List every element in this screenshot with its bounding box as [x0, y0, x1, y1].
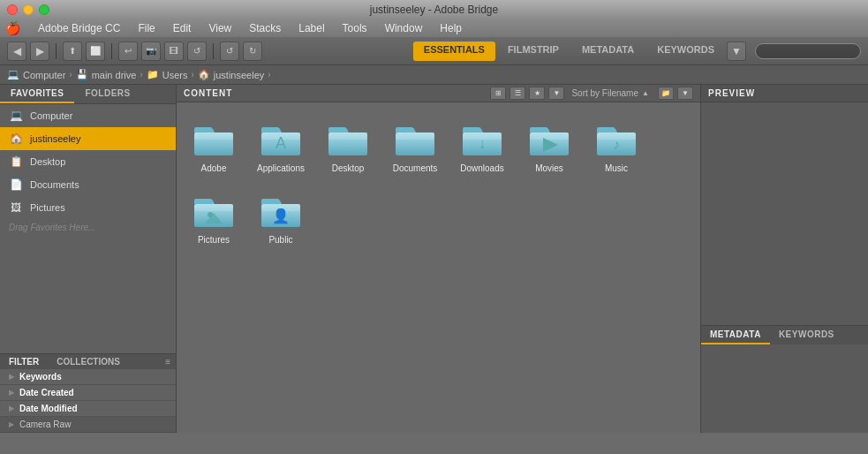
menu-window[interactable]: Window	[378, 20, 430, 36]
sidebar-item-pictures[interactable]: 🖼 Pictures	[0, 196, 176, 219]
back-button[interactable]: ◀	[7, 42, 26, 61]
tab-essentials[interactable]: ESSENTIALS	[413, 42, 495, 61]
sort-label: Sort by Filename	[571, 88, 638, 98]
menu-help[interactable]: Help	[433, 20, 469, 36]
menu-view[interactable]: View	[201, 20, 238, 36]
path-main-drive[interactable]: 💾 main drive	[76, 69, 137, 80]
close-button[interactable]	[7, 4, 18, 15]
tab-filter[interactable]: FILTER	[0, 354, 48, 369]
window-title: justinseeley - Adobe Bridge	[370, 4, 498, 16]
tab-metadata-panel[interactable]: METADATA	[701, 326, 770, 344]
computer-icon: 💻	[7, 69, 19, 80]
sidebar-item-computer[interactable]: 💻 Computer	[0, 104, 176, 127]
drag-hint: Drag Favorites Here...	[0, 219, 176, 236]
svg-text:A: A	[275, 134, 286, 152]
menu-edit[interactable]: Edit	[166, 20, 199, 36]
menu-tools[interactable]: Tools	[336, 20, 374, 36]
arrow-icon: ▶	[9, 373, 14, 381]
window-controls	[7, 4, 49, 15]
menu-label[interactable]: Label	[291, 20, 331, 36]
filter-expand-icon[interactable]: ≡	[165, 357, 170, 367]
sidebar-tabs: FAVORITES FOLDERS	[0, 85, 176, 104]
rotate-right-button[interactable]: ↻	[243, 42, 262, 61]
content-area: CONTENT ⊞ ☰ ★ ▼ Sort by Filename ▲ 📁 ▼	[177, 85, 700, 433]
forward-button[interactable]: ▶	[30, 42, 49, 61]
content-header: CONTENT ⊞ ☰ ★ ▼ Sort by Filename ▲ 📁 ▼	[177, 85, 700, 102]
arrow-icon: ▶	[9, 405, 14, 412]
svg-text:↓: ↓	[479, 136, 486, 151]
folder-item-applications[interactable]: A Applications	[251, 113, 311, 178]
path-users[interactable]: 📁 Users	[147, 69, 188, 80]
path-user-home[interactable]: 🏠 justinseeley	[198, 69, 264, 80]
folder-label: Desktop	[332, 163, 365, 174]
rotate-left-button[interactable]: ↺	[220, 42, 239, 61]
minimize-button[interactable]	[23, 4, 34, 15]
camera-button[interactable]: 📷	[141, 42, 161, 61]
folder-item-pictures[interactable]: Pictures	[184, 185, 244, 249]
filter-item-camera-raw[interactable]: ▶ Camera Raw	[0, 417, 176, 433]
svg-rect-8	[396, 132, 434, 140]
svg-rect-13	[530, 132, 569, 140]
up-button[interactable]: ⬆	[63, 42, 82, 61]
tab-metadata[interactable]: METADATA	[571, 42, 645, 61]
list-view-button[interactable]: ☰	[509, 87, 525, 100]
sort-direction-button[interactable]: ▲	[642, 87, 654, 100]
tab-collections[interactable]: COLLECTIONS	[48, 354, 129, 369]
sidebar-item-desktop[interactable]: 📋 Desktop	[0, 150, 176, 173]
workspace-menu-button[interactable]: ▼	[727, 42, 746, 61]
sidebar-item-justinseeley[interactable]: 🏠 justinseeley	[0, 127, 176, 150]
home-icon: 🏠	[198, 69, 210, 80]
filter-item-date-created[interactable]: ▶ Date Created	[0, 385, 176, 401]
folder-icon-public: 👤	[256, 188, 306, 232]
apple-menu-icon[interactable]: 🍎	[5, 21, 20, 35]
reveal-button[interactable]: ⬜	[86, 42, 105, 61]
preview-panel: PREVIEW METADATA KEYWORDS	[700, 85, 868, 433]
folder-item-documents[interactable]: Documents	[385, 113, 445, 178]
panel-options-button[interactable]: ▼	[677, 87, 693, 100]
folder-item-adobe[interactable]: Adobe	[184, 113, 244, 178]
refresh-button[interactable]: ↺	[187, 42, 207, 61]
sidebar: FAVORITES FOLDERS 💻 Computer 🏠 justinsee…	[0, 85, 177, 433]
metadata-content	[701, 344, 868, 433]
film-button[interactable]: 🎞	[164, 42, 184, 61]
filter-item-date-modified[interactable]: ▶ Date Modified	[0, 401, 176, 417]
folder-nav-button[interactable]: 📁	[658, 87, 674, 100]
menu-file[interactable]: File	[131, 20, 162, 36]
grid-view-button[interactable]: ⊞	[490, 87, 506, 100]
menu-bridge[interactable]: Adobe Bridge CC	[31, 20, 127, 36]
tab-folders[interactable]: FOLDERS	[74, 85, 140, 103]
filter-items: ▶ Keywords ▶ Date Created ▶ Date Modifie…	[0, 369, 176, 433]
metadata-section: METADATA KEYWORDS	[701, 325, 868, 433]
documents-icon: 📄	[9, 178, 23, 192]
tab-keywords-panel[interactable]: KEYWORDS	[770, 326, 843, 344]
content-grid: Adobe A Applications	[177, 102, 700, 433]
path-computer[interactable]: 💻 Computer	[7, 69, 65, 80]
toolbar-separator-1	[56, 43, 57, 59]
arrow-icon: ▶	[9, 389, 14, 397]
folder-label: Movies	[535, 163, 563, 174]
sidebar-item-documents[interactable]: 📄 Documents	[0, 173, 176, 196]
tab-keywords[interactable]: KEYWORDS	[646, 42, 725, 61]
tab-favorites[interactable]: FAVORITES	[0, 85, 74, 103]
folder-item-desktop[interactable]: Desktop	[318, 113, 378, 178]
toolbar-separator-2	[111, 43, 112, 59]
favorites-button[interactable]: ★	[529, 87, 545, 100]
filter-button[interactable]: ▼	[548, 87, 564, 100]
content-label: CONTENT	[184, 88, 232, 98]
filter-tabs: FILTER COLLECTIONS ≡	[0, 354, 176, 369]
preview-label: PREVIEW	[708, 88, 755, 98]
return-button[interactable]: ↩	[118, 42, 138, 61]
filter-section: FILTER COLLECTIONS ≡ ▶ Keywords ▶ Date C…	[0, 353, 176, 433]
folder-item-public[interactable]: 👤 Public	[251, 185, 311, 249]
tab-filmstrip[interactable]: FILMSTRIP	[497, 42, 570, 61]
folder-item-movies[interactable]: Movies	[519, 113, 579, 178]
folder-icon-desktop	[323, 117, 373, 161]
sidebar-favorites-list: 💻 Computer 🏠 justinseeley 📋 Desktop 📄 Do…	[0, 104, 176, 353]
maximize-button[interactable]	[39, 4, 49, 15]
search-input[interactable]	[755, 43, 861, 59]
metadata-tabs: METADATA KEYWORDS	[701, 326, 868, 344]
folder-item-downloads[interactable]: ↓ Downloads	[452, 113, 512, 178]
folder-item-music[interactable]: ♪ Music	[586, 113, 646, 178]
menu-stacks[interactable]: Stacks	[242, 20, 288, 36]
filter-item-keywords[interactable]: ▶ Keywords	[0, 369, 176, 385]
